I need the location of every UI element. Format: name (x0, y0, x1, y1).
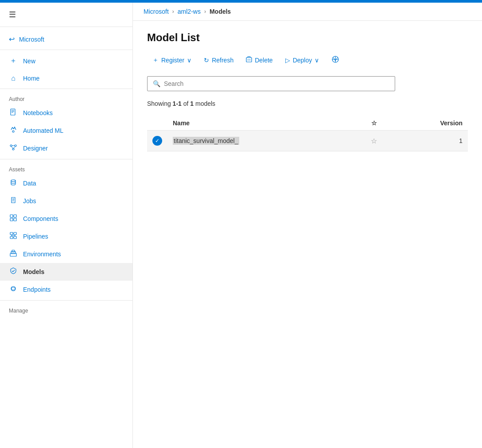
divider-4 (0, 300, 132, 301)
sidebar-item-data[interactable]: Data (0, 174, 132, 192)
sidebar-item-new[interactable]: ＋ New (0, 52, 132, 70)
divider-2 (0, 89, 132, 89)
back-arrow-icon: ↩ (9, 35, 15, 43)
sidebar-item-jobs[interactable]: Jobs (0, 192, 132, 210)
author-section-label: Author (0, 91, 132, 104)
svg-rect-21 (10, 236, 13, 239)
sidebar-microsoft-label: Microsoft (19, 36, 44, 43)
col-star: ☆ (365, 116, 383, 131)
svg-rect-0 (11, 109, 15, 115)
plus-icon: ＋ (9, 56, 18, 66)
result-count: 1 (190, 100, 194, 107)
register-button[interactable]: ＋ Register ∨ (147, 54, 197, 67)
col-version[interactable]: Version (383, 116, 468, 131)
sidebar-item-environments[interactable]: Environments (0, 245, 132, 263)
breadcrumb-sep-2: › (204, 8, 206, 15)
svg-line-9 (11, 147, 13, 148)
jobs-label: Jobs (23, 197, 36, 205)
divider-3 (0, 159, 132, 159)
row-check-cell: ✓ (147, 131, 167, 151)
home-icon: ⌂ (9, 74, 18, 82)
svg-rect-28 (12, 250, 15, 252)
col-name[interactable]: Name (167, 116, 365, 131)
svg-line-30 (13, 270, 15, 272)
svg-rect-15 (10, 215, 13, 217)
sidebar-nav: ↩ Microsoft ＋ New ⌂ Home Author No (0, 27, 132, 319)
register-plus-icon: ＋ (152, 56, 159, 64)
svg-rect-16 (14, 215, 16, 217)
environments-label: Environments (23, 251, 61, 258)
svg-point-7 (12, 148, 14, 150)
refresh-button[interactable]: ↻ Refresh (198, 54, 239, 66)
deploy-dropdown-icon: ∨ (315, 57, 319, 64)
sidebar: ☰ ↩ Microsoft ＋ New ⌂ Home Author (0, 3, 133, 448)
row-star-cell[interactable]: ☆ (365, 131, 383, 151)
notebooks-icon (9, 108, 18, 117)
refresh-icon: ↻ (204, 57, 209, 64)
svg-rect-19 (10, 232, 13, 235)
sidebar-item-home[interactable]: ⌂ Home (0, 70, 132, 87)
status-text: Showing 1-1 of 1 models (147, 100, 468, 107)
page-content: Model List ＋ Register ∨ ↻ Refresh Delete (133, 21, 482, 448)
breadcrumb: Microsoft › aml2-ws › Models (133, 3, 482, 21)
endpoints-label: Endpoints (23, 286, 51, 293)
svg-rect-20 (14, 232, 16, 235)
row-version-cell: 1 (383, 131, 468, 151)
sidebar-item-automated-ml[interactable]: Automated ML (0, 122, 132, 139)
sidebar-item-microsoft[interactable]: ↩ Microsoft (0, 31, 132, 48)
breadcrumb-workspace[interactable]: aml2-ws (178, 8, 201, 15)
result-range: 1-1 (173, 100, 182, 107)
table-row[interactable]: ✓ titanic_survival_model_ ☆ 1 (147, 131, 468, 151)
sidebar-item-designer[interactable]: Designer (0, 139, 132, 157)
scale-button[interactable] (326, 53, 345, 67)
designer-label: Designer (23, 145, 48, 152)
svg-rect-17 (10, 218, 13, 221)
page-title: Model List (147, 31, 468, 44)
svg-point-6 (15, 145, 16, 147)
components-icon (9, 214, 18, 223)
data-label: Data (23, 180, 36, 187)
svg-rect-32 (246, 58, 252, 62)
main-content: Microsoft › aml2-ws › Models Model List … (133, 3, 482, 448)
search-container[interactable]: 🔍 (147, 76, 395, 91)
manage-section-label: Manage (0, 302, 132, 316)
register-label: Register (161, 57, 184, 64)
endpoints-icon (9, 285, 18, 294)
deploy-label: Deploy (293, 57, 312, 64)
sidebar-item-models[interactable]: Models (0, 263, 132, 281)
row-star-icon: ☆ (370, 137, 377, 145)
refresh-label: Refresh (212, 57, 233, 64)
models-icon (9, 267, 18, 276)
new-label: New (23, 58, 35, 65)
search-input[interactable] (164, 80, 389, 87)
delete-icon (246, 56, 252, 64)
scale-icon (331, 55, 339, 65)
svg-point-11 (11, 180, 16, 182)
search-icon: 🔍 (153, 80, 160, 87)
breadcrumb-microsoft[interactable]: Microsoft (144, 8, 169, 15)
breadcrumb-sep-1: › (172, 8, 174, 15)
sidebar-item-components[interactable]: Components (0, 210, 132, 228)
deploy-button[interactable]: ▷ Deploy ∨ (280, 54, 325, 66)
sidebar-item-pipelines[interactable]: Pipelines (0, 228, 132, 245)
sidebar-header: ☰ (0, 3, 132, 27)
model-table: Name ☆ Version ✓ titanic_survival_model_ (147, 116, 468, 151)
sidebar-item-endpoints[interactable]: Endpoints (0, 281, 132, 298)
sidebar-item-notebooks[interactable]: Notebooks (0, 104, 132, 122)
hamburger-icon[interactable]: ☰ (9, 10, 16, 19)
delete-button[interactable]: Delete (241, 54, 278, 66)
svg-line-29 (12, 271, 13, 272)
toolbar: ＋ Register ∨ ↻ Refresh Delete ▷ Deploy (147, 53, 468, 67)
models-label: Models (23, 268, 44, 275)
svg-rect-22 (14, 236, 16, 239)
svg-line-10 (13, 147, 16, 148)
table-header-row: Name ☆ Version (147, 116, 468, 131)
star-header-icon: ☆ (371, 120, 377, 127)
assets-section-label: Assets (0, 161, 132, 174)
svg-point-4 (12, 131, 14, 132)
environments-icon (9, 250, 18, 259)
row-name-cell[interactable]: titanic_survival_model_ (167, 131, 365, 151)
notebooks-label: Notebooks (23, 109, 53, 116)
model-name: titanic_survival_model_ (173, 137, 239, 145)
automated-ml-label: Automated ML (23, 127, 63, 134)
